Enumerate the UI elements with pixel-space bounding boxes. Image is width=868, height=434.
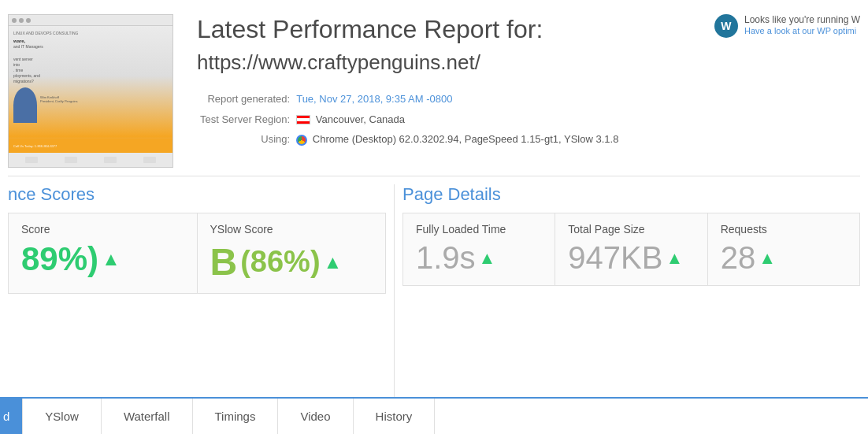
scores-section: nce Scores Score 89%) ▲ YSlow Score B (8…	[0, 176, 868, 397]
wordpress-logo: W	[714, 14, 738, 38]
pagespeed-value: 89%) ▲	[21, 240, 184, 278]
fully-loaded-label: Fully Loaded Time	[416, 223, 542, 236]
pagespeed-arrow: ▲	[102, 248, 121, 270]
tab-video[interactable]: Video	[278, 399, 353, 434]
page-details-title: Page Details	[402, 184, 860, 205]
tab-waterfall[interactable]: Waterfall	[102, 399, 193, 434]
report-url: https://www.craftypenguins.net/	[197, 50, 699, 75]
report-meta: Report generated: Tue, Nov 27, 2018, 9:3…	[197, 89, 699, 149]
chrome-icon	[296, 135, 307, 146]
yslow-arrow: ▲	[324, 251, 343, 273]
performance-scores: nce Scores Score 89%) ▲ YSlow Score B (8…	[0, 184, 394, 397]
generated-label: Report generated:	[197, 89, 293, 109]
wp-notice-text: Looks like you're running W Have a look …	[744, 14, 860, 36]
yslow-grade: B	[210, 240, 238, 284]
report-title: Latest Performance Report for:	[197, 14, 699, 44]
pagespeed-label: Score	[21, 223, 184, 236]
page-size-value: 947KB ▲	[568, 240, 694, 276]
requests-label: Requests	[721, 223, 847, 236]
tab-history[interactable]: History	[354, 399, 436, 434]
page-size-card: Total Page Size 947KB ▲	[555, 213, 707, 286]
report-header: Latest Performance Report for: https://w…	[189, 14, 699, 168]
fully-loaded-value: 1.9s ▲	[416, 240, 542, 276]
yslow-value: B (86%) ▲	[210, 240, 373, 284]
using-label: Using:	[197, 129, 293, 149]
server-value: Vancouver, Canada	[293, 109, 621, 129]
main-container: LINUX AND DEVOPS CONSULTING ware, and IT…	[0, 0, 868, 434]
generated-value: Tue, Nov 27, 2018, 9:35 AM -0800	[293, 89, 621, 109]
using-value: Chrome (Desktop) 62.0.3202.94, PageSpeed…	[293, 129, 621, 149]
yslow-score-card: YSlow Score B (86%) ▲	[197, 213, 387, 294]
requests-value: 28 ▲	[721, 240, 847, 276]
requests-arrow: ▲	[759, 248, 776, 269]
website-screenshot: LINUX AND DEVOPS CONSULTING ware, and IT…	[8, 14, 173, 168]
wp-notice-link[interactable]: Have a look at our WP optimi	[744, 26, 856, 35]
tabs-bar: d YSlow Waterfall Timings Video History	[0, 397, 868, 434]
tab-yslow[interactable]: YSlow	[23, 399, 102, 434]
page-details: Page Details Fully Loaded Time 1.9s ▲ To…	[394, 184, 868, 397]
requests-card: Requests 28 ▲	[707, 213, 860, 286]
page-size-label: Total Page Size	[568, 223, 694, 236]
pagespeed-score-card: Score 89%) ▲	[8, 213, 197, 294]
wp-notice: W Looks like you're running W Have a loo…	[714, 14, 860, 168]
top-section: LINUX AND DEVOPS CONSULTING ware, and IT…	[0, 0, 868, 176]
page-size-arrow: ▲	[666, 248, 683, 269]
tab-active-partial[interactable]: d	[0, 399, 23, 434]
tab-timings[interactable]: Timings	[193, 399, 279, 434]
fully-loaded-card: Fully Loaded Time 1.9s ▲	[402, 213, 555, 286]
fully-loaded-arrow: ▲	[479, 248, 496, 269]
details-cards: Fully Loaded Time 1.9s ▲ Total Page Size…	[402, 213, 860, 286]
canada-flag-icon	[296, 115, 310, 124]
scores-cards: Score 89%) ▲ YSlow Score B (86%) ▲	[8, 213, 386, 294]
yslow-label: YSlow Score	[210, 223, 373, 236]
server-label: Test Server Region:	[197, 109, 293, 129]
scores-section-title: nce Scores	[8, 184, 386, 205]
